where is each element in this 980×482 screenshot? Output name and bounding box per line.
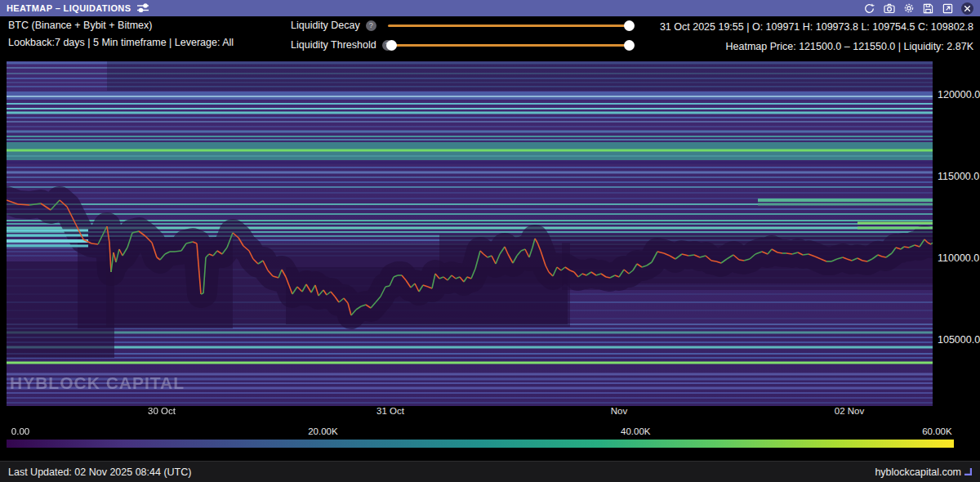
refresh-icon[interactable] <box>863 2 875 15</box>
liquidity-threshold-max-thumb[interactable] <box>624 40 635 51</box>
liquidity-decay-row: Liquidity Decay ? <box>291 16 650 35</box>
footer-bar: Last Updated: 02 Nov 2025 08:44 (UTC) hy… <box>0 461 980 482</box>
price-tick-label: 110000.0 <box>938 252 979 264</box>
slider-track[interactable] <box>388 25 630 27</box>
corner-bracket-icon <box>964 468 972 475</box>
heatmap-price-readout: Heatmap Price: 121500.0 – 121550.0 | Liq… <box>660 37 973 56</box>
camera-icon[interactable] <box>883 2 895 15</box>
ohlc-readout: 31 Oct 2025 19:55 | O: 109971 H: 109973.… <box>660 17 973 37</box>
colorbar-tick-label: 60.00K <box>915 426 952 436</box>
liquidity-decay-thumb[interactable] <box>624 20 635 31</box>
liquidation-heatmap-canvas[interactable] <box>7 61 933 406</box>
liquidity-decay-slider[interactable] <box>388 20 630 31</box>
time-tick-label: Nov <box>611 406 627 416</box>
liquidity-colorbar <box>7 440 954 448</box>
time-tick-label: 31 Oct <box>376 406 404 416</box>
price-tick-label: 115000.0 <box>938 171 979 182</box>
settings-gear-icon[interactable] <box>902 2 915 15</box>
liquidity-threshold-min-thumb[interactable] <box>386 40 397 51</box>
expand-icon[interactable] <box>942 2 954 15</box>
readout-info: 31 Oct 2025 19:55 | O: 109971 H: 109973.… <box>660 17 973 56</box>
price-tick-label: 120000.0 <box>938 89 980 100</box>
site-link-label: hyblockcapital.com <box>875 466 961 478</box>
time-tick-label: 30 Oct <box>148 406 176 416</box>
price-tick-label: 105000.0 <box>938 334 980 346</box>
lookback-settings-label: Lookback:7 days | 5 Min timeframe | Leve… <box>8 34 234 51</box>
instrument-info: BTC (Binance + Bybit + Bitmex) Lookback:… <box>8 17 234 51</box>
site-link[interactable]: hyblockcapital.com <box>875 466 972 478</box>
help-icon[interactable]: ? <box>366 20 376 31</box>
colorbar-tick-label: 40.00K <box>621 426 650 436</box>
colorbar-tick-label: 0.00 <box>11 426 29 436</box>
slider-track[interactable] <box>388 44 630 47</box>
slider-controls: Liquidity Decay ? Liquidity Threshold ? <box>291 16 650 55</box>
last-updated-label: Last Updated: 02 Nov 2025 08:44 (UTC) <box>8 466 191 478</box>
app-window: HEATMAP – LIQUIDATIONS <box>0 0 980 482</box>
sliders-icon[interactable] <box>137 1 149 16</box>
titlebar: HEATMAP – LIQUIDATIONS <box>0 0 980 16</box>
symbol-label: BTC (Binance + Bybit + Bitmex) <box>8 17 234 34</box>
close-icon[interactable] <box>961 2 973 15</box>
liquidity-threshold-row: Liquidity Threshold ? <box>291 35 650 55</box>
liquidity-threshold-label: Liquidity Threshold <box>291 39 376 51</box>
window-title: HEATMAP – LIQUIDATIONS <box>7 3 131 13</box>
time-tick-label: 02 Nov <box>835 406 864 416</box>
save-icon[interactable] <box>922 2 934 15</box>
liquidity-decay-label: Liquidity Decay <box>291 20 360 31</box>
colorbar-tick-label: 20.00K <box>308 426 337 436</box>
liquidity-threshold-slider[interactable] <box>388 39 630 51</box>
